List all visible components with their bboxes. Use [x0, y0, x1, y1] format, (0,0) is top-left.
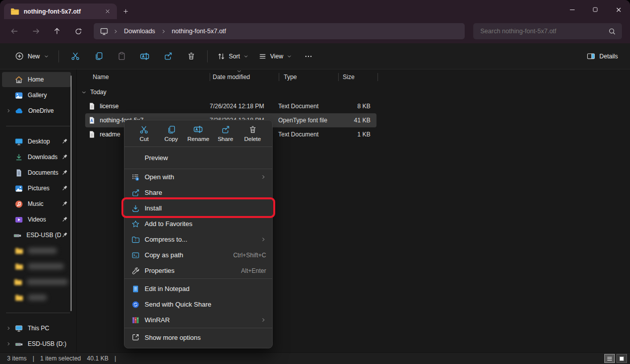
pin-icon	[61, 185, 68, 192]
context-share-button[interactable]: Share	[212, 123, 239, 144]
column-header-type[interactable]: Type	[279, 70, 338, 84]
column-header-date-modified[interactable]: Date modified	[210, 70, 279, 84]
copy-button[interactable]	[87, 47, 110, 65]
column-header-name[interactable]: Name	[77, 70, 210, 84]
chevron-right-icon[interactable]	[6, 341, 11, 346]
menu-item-copy-as-path[interactable]: Copy as path Ctrl+Shift+C	[124, 247, 272, 263]
ellipsis-icon	[304, 52, 312, 60]
downloads-icon	[15, 153, 23, 162]
search-icon[interactable]	[608, 28, 616, 35]
sidebar-item-redacted[interactable]	[2, 290, 71, 305]
breadcrumb-current-folder[interactable]: nothing-font-5x7.otf	[171, 27, 227, 36]
show-more-options-icon	[132, 333, 140, 341]
context-copy-button[interactable]: Copy	[158, 123, 185, 144]
chevron-right-icon[interactable]	[6, 108, 11, 113]
group-header-today[interactable]: Today	[77, 85, 630, 99]
search-box[interactable]	[473, 23, 622, 39]
menu-item-compress-to[interactable]: Compress to...	[124, 232, 272, 247]
close-icon	[104, 8, 111, 15]
context-cut-button[interactable]: Cut	[131, 123, 158, 144]
delete-button[interactable]	[179, 47, 203, 65]
chevron-down-icon	[44, 54, 49, 59]
sidebar-item-desktop[interactable]: Desktop	[2, 134, 71, 149]
menu-item-share[interactable]: Share	[124, 185, 272, 200]
pictures-icon	[15, 184, 23, 193]
column-header-size[interactable]: Size	[339, 70, 377, 84]
copy-icon	[167, 125, 175, 134]
command-bar: New Sort View Details	[0, 43, 630, 69]
view-icon	[259, 52, 267, 60]
chevron-down-icon[interactable]	[81, 90, 87, 95]
minimize-button[interactable]	[560, 0, 584, 19]
menu-item-install[interactable]: Install	[124, 200, 272, 216]
more-options-button[interactable]	[297, 47, 320, 65]
notepad-icon	[132, 285, 140, 293]
new-button[interactable]: New	[10, 48, 54, 64]
sidebar-item-this-pc[interactable]: This PC	[2, 321, 71, 336]
sidebar-item-redacted[interactable]	[2, 274, 71, 289]
menu-item-edit-in-notepad[interactable]: Edit in Notepad	[124, 281, 272, 297]
maximize-button[interactable]	[584, 0, 607, 19]
details-pane-button[interactable]: Details	[582, 48, 623, 64]
forward-button[interactable]	[25, 22, 46, 40]
window-controls	[560, 0, 630, 19]
cut-button[interactable]	[64, 47, 87, 65]
cut-icon	[140, 125, 148, 134]
submenu-chevron-icon	[261, 317, 266, 323]
sidebar-item-gallery[interactable]: Gallery	[2, 88, 71, 103]
close-button[interactable]	[607, 0, 630, 19]
shortcut-label: Ctrl+Shift+C	[233, 252, 266, 259]
sidebar-item-home[interactable]: Home	[2, 72, 71, 87]
icons-view-toggle[interactable]	[616, 354, 627, 363]
breadcrumb-downloads[interactable]: Downloads	[123, 27, 156, 36]
menu-item-properties[interactable]: Properties Alt+Enter	[124, 263, 272, 278]
chevron-right-icon[interactable]	[6, 326, 11, 331]
column-divider[interactable]	[377, 73, 378, 81]
back-button[interactable]	[4, 22, 25, 40]
menu-item-preview[interactable]: Preview	[124, 147, 272, 169]
search-input[interactable]	[480, 28, 608, 35]
context-delete-button[interactable]: Delete	[239, 123, 266, 144]
tab-close-button[interactable]	[102, 6, 113, 17]
view-button[interactable]: View	[254, 48, 297, 64]
tab-nothing-font[interactable]: nothing-font-5x7.otf	[4, 4, 117, 19]
new-tab-button[interactable]	[117, 4, 134, 19]
toolbar-divider	[207, 50, 208, 62]
context-menu: Cut Copy Rename Share Delete Preview	[124, 120, 273, 348]
sidebar-item-pictures[interactable]: Pictures	[2, 181, 71, 196]
refresh-button[interactable]	[68, 22, 89, 40]
sort-button[interactable]: Sort	[212, 48, 254, 64]
tab-bar: nothing-font-5x7.otf	[0, 0, 630, 19]
sidebar-item-documents[interactable]: Documents	[2, 165, 71, 180]
sidebar-item-videos[interactable]: Videos	[2, 212, 71, 227]
menu-item-send-with-quick-share[interactable]: Send with Quick Share	[124, 297, 272, 312]
sidebar-divider	[6, 126, 70, 126]
redacted-label	[28, 295, 47, 301]
up-icon	[53, 27, 61, 35]
menu-item-winrar[interactable]: WinRAR	[124, 312, 272, 328]
file-row-license[interactable]: license 7/26/2024 12:18 PM Text Document…	[85, 99, 376, 113]
menu-item-add-to-favorites[interactable]: Add to Favorites	[124, 216, 272, 232]
sidebar-item-redacted[interactable]	[2, 243, 71, 258]
sidebar-item-esd-usb[interactable]: ESD-USB (D:)	[2, 228, 71, 243]
sidebar-scrollbar[interactable]	[71, 76, 72, 311]
address-bar[interactable]: Downloads nothing-font-5x7.otf	[94, 23, 465, 39]
view-toggles	[604, 354, 627, 363]
maximize-icon	[592, 6, 599, 13]
context-rename-button[interactable]: Rename	[185, 123, 212, 144]
share-button[interactable]	[156, 47, 179, 65]
chevron-right-icon	[161, 29, 166, 34]
menu-item-show-more-options[interactable]: Show more options	[124, 328, 272, 346]
paste-button[interactable]	[110, 47, 133, 65]
share-icon	[164, 52, 172, 60]
up-button[interactable]	[46, 22, 68, 40]
sidebar-item-downloads[interactable]: Downloads	[2, 150, 71, 165]
wrench-icon	[132, 267, 140, 275]
rename-button[interactable]	[133, 47, 156, 65]
sidebar-item-esd-usb-drive[interactable]: ESD-USB (D:)	[2, 336, 71, 351]
sidebar-item-music[interactable]: Music	[2, 196, 71, 211]
details-view-toggle[interactable]	[604, 354, 615, 363]
sidebar-item-redacted[interactable]	[2, 259, 71, 274]
menu-item-open-with[interactable]: Open with	[124, 169, 272, 185]
sidebar-item-onedrive[interactable]: OneDrive	[2, 103, 71, 118]
